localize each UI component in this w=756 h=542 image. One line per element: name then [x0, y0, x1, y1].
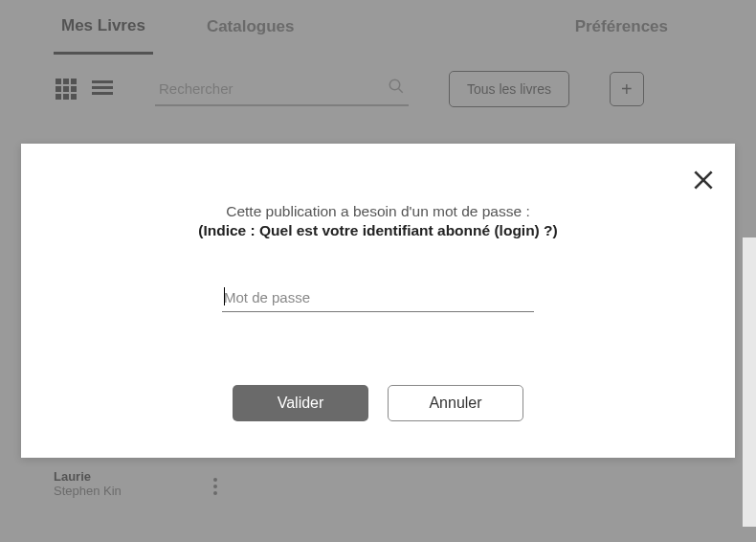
scrollbar-thumb[interactable]: [743, 124, 756, 237]
close-icon[interactable]: [691, 168, 716, 196]
password-modal: Cette publication a besoin d'un mot de p…: [21, 144, 735, 458]
validate-button[interactable]: Valider: [233, 385, 368, 421]
modal-prompt-text: Cette publication a besoin d'un mot de p…: [226, 203, 529, 220]
modal-hint-text: (Indice : Quel est votre identifiant abo…: [198, 222, 557, 239]
scrollbar[interactable]: [743, 124, 756, 527]
password-field[interactable]: [222, 283, 534, 312]
text-caret: [224, 287, 225, 305]
password-input[interactable]: [222, 283, 534, 311]
cancel-button[interactable]: Annuler: [388, 385, 523, 421]
